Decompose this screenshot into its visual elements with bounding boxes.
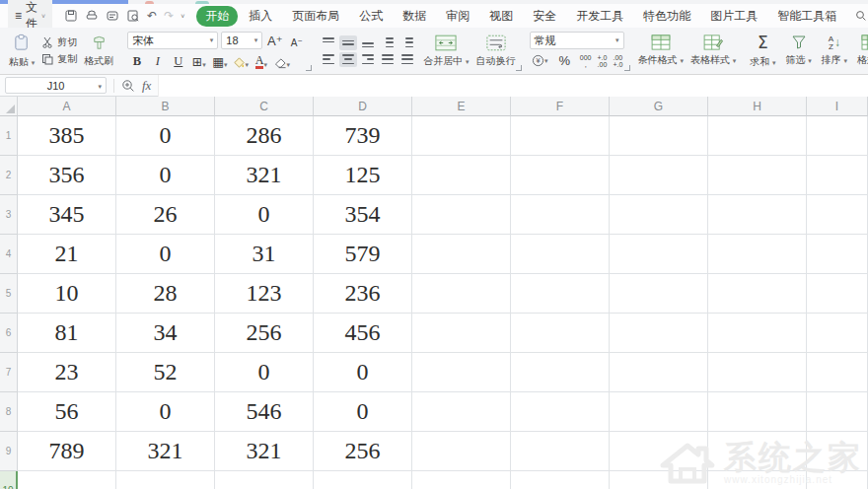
column-header-H[interactable]: H xyxy=(708,97,807,116)
cell-D6[interactable]: 456 xyxy=(314,314,412,353)
cell-I6[interactable] xyxy=(807,314,868,353)
cell-B4[interactable]: 0 xyxy=(116,235,215,274)
cell-C5[interactable]: 123 xyxy=(215,274,314,314)
wrap-text-button[interactable]: 自动换行 xyxy=(476,35,516,68)
cell-G6[interactable] xyxy=(610,314,708,353)
cell-F1[interactable] xyxy=(511,116,610,156)
cell-I4[interactable] xyxy=(807,235,868,274)
paste-button[interactable]: 粘贴 ▾ xyxy=(9,34,35,69)
cell-I8[interactable] xyxy=(807,392,868,432)
cell-E1[interactable] xyxy=(412,116,511,156)
menu-tab-安全[interactable]: 安全 xyxy=(524,6,565,27)
sum-button[interactable]: Σ 求和 ▾ xyxy=(750,33,775,69)
cell-D4[interactable]: 579 xyxy=(314,235,412,274)
cell-D2[interactable]: 125 xyxy=(314,156,412,195)
name-box[interactable]: J10 ▾ xyxy=(5,77,107,94)
cell-F2[interactable] xyxy=(511,156,610,195)
cell-F7[interactable] xyxy=(511,353,610,392)
cell-C8[interactable]: 546 xyxy=(215,392,314,432)
underline-button[interactable]: U xyxy=(169,52,187,70)
column-header-C[interactable]: C xyxy=(215,97,314,116)
copy-button[interactable]: 复制 xyxy=(41,52,77,66)
justify-button[interactable] xyxy=(379,52,397,67)
row-header-8[interactable]: 8 xyxy=(0,392,18,432)
align-left-button[interactable] xyxy=(320,52,337,67)
cell-E5[interactable] xyxy=(412,274,511,314)
cell-A7[interactable]: 23 xyxy=(18,353,116,392)
cell-I5[interactable] xyxy=(807,274,868,314)
cell-C10[interactable] xyxy=(215,471,314,489)
format-painter-button[interactable]: 格式刷 xyxy=(84,35,113,68)
row-header-3[interactable]: 3 xyxy=(0,195,18,235)
conditional-format-button[interactable]: 条件格式 ▾ xyxy=(638,35,684,67)
cell-G10[interactable] xyxy=(610,471,708,489)
menu-tab-视图[interactable]: 视图 xyxy=(480,6,522,27)
cell-G4[interactable] xyxy=(610,235,708,274)
print-button[interactable] xyxy=(85,9,99,23)
decrease-indent-button[interactable] xyxy=(379,35,397,50)
cell-D9[interactable]: 256 xyxy=(314,432,412,471)
cell-I10[interactable] xyxy=(807,471,868,489)
merge-center-button[interactable]: 合并居中 ▾ xyxy=(423,35,469,68)
cell-A3[interactable]: 345 xyxy=(18,195,116,235)
font-name-select[interactable]: 宋体▾ xyxy=(127,32,218,49)
menu-tab-图片工具[interactable]: 图片工具 xyxy=(701,6,766,27)
column-header-E[interactable]: E xyxy=(412,97,511,116)
cell-G2[interactable] xyxy=(610,156,708,195)
sort-button[interactable]: AZ ↓ 排序 ▾ xyxy=(822,35,847,67)
cell-A6[interactable]: 81 xyxy=(18,314,116,353)
cell-A1[interactable]: 385 xyxy=(18,116,116,156)
zoom-formula-icon[interactable] xyxy=(121,79,135,93)
percent-button[interactable]: % xyxy=(555,52,574,70)
cell-E10[interactable] xyxy=(412,471,511,489)
filter-button[interactable]: 筛选 ▾ xyxy=(785,35,811,67)
font-color-button[interactable]: A▾ xyxy=(252,52,270,70)
cell-E9[interactable] xyxy=(412,432,511,471)
select-all-corner[interactable] xyxy=(0,97,18,116)
cell-H5[interactable] xyxy=(708,274,807,314)
menu-tab-开始[interactable]: 开始 xyxy=(196,6,238,27)
cell-D8[interactable]: 0 xyxy=(314,392,412,432)
cell-D7[interactable]: 0 xyxy=(314,353,412,392)
cell-C2[interactable]: 321 xyxy=(215,156,314,195)
cell-E2[interactable] xyxy=(412,156,511,195)
cell-A2[interactable]: 356 xyxy=(18,156,116,195)
menu-tab-页面布局[interactable]: 页面布局 xyxy=(283,6,348,27)
cell-G7[interactable] xyxy=(610,353,708,392)
column-header-I[interactable]: I xyxy=(807,97,868,116)
cell-E6[interactable] xyxy=(412,314,511,353)
cell-G5[interactable] xyxy=(610,274,708,314)
cell-I3[interactable] xyxy=(807,195,868,235)
fill-color-button[interactable]: ▾ xyxy=(231,52,250,70)
row-header-1[interactable]: 1 xyxy=(0,116,18,156)
cell-B8[interactable]: 0 xyxy=(116,392,215,432)
cell-C4[interactable]: 31 xyxy=(215,235,314,274)
print-preview-button[interactable] xyxy=(126,9,140,23)
number-format-select[interactable]: 常规▾ xyxy=(530,32,624,49)
cell-H9[interactable] xyxy=(708,432,807,471)
cell-B6[interactable]: 34 xyxy=(116,314,215,353)
format-button[interactable]: 格式 ▾ xyxy=(857,35,868,67)
cell-H2[interactable] xyxy=(708,156,807,195)
cell-D3[interactable]: 354 xyxy=(314,195,412,235)
cut-button[interactable]: 剪切 xyxy=(41,35,77,49)
cell-D10[interactable] xyxy=(314,471,412,489)
menu-tab-公式[interactable]: 公式 xyxy=(350,6,392,27)
cell-F6[interactable] xyxy=(511,314,610,353)
cell-F5[interactable] xyxy=(511,274,610,314)
cell-D5[interactable]: 236 xyxy=(314,274,412,314)
distributed-button[interactable] xyxy=(398,52,416,67)
row-header-2[interactable]: 2 xyxy=(0,156,18,195)
shading-button[interactable]: ▦▾ xyxy=(210,52,229,70)
cell-D1[interactable]: 739 xyxy=(314,116,412,156)
menu-tab-智能工具箱[interactable]: 智能工具箱 xyxy=(768,6,845,27)
cell-B2[interactable]: 0 xyxy=(116,156,215,195)
row-header-6[interactable]: 6 xyxy=(0,314,18,353)
cell-A9[interactable]: 789 xyxy=(18,432,116,471)
cell-B9[interactable]: 321 xyxy=(116,432,215,471)
column-header-F[interactable]: F xyxy=(511,97,610,116)
align-bottom-button[interactable] xyxy=(359,35,377,50)
menu-tab-审阅[interactable]: 审阅 xyxy=(437,6,478,27)
cell-H10[interactable] xyxy=(708,471,807,489)
cell-A4[interactable]: 21 xyxy=(18,235,116,274)
